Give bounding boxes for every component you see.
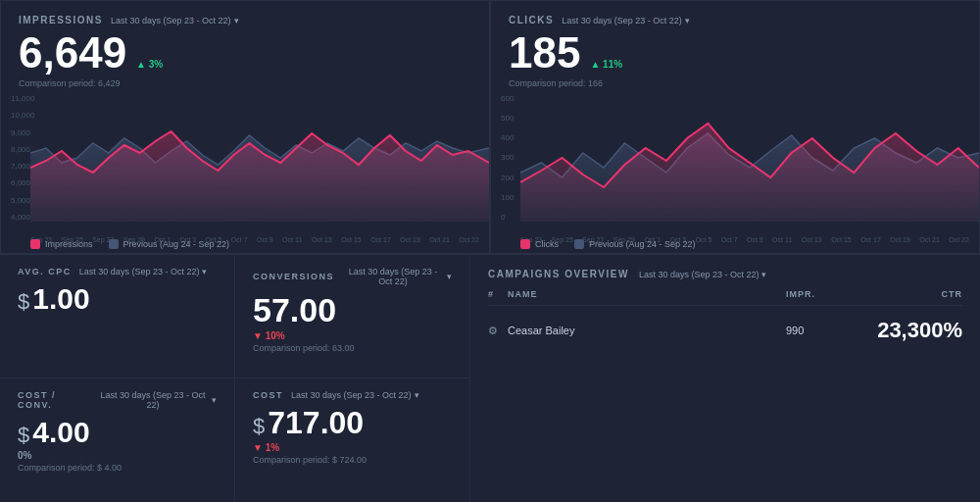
clicks-legend-dot-previous <box>574 239 584 249</box>
clicks-date-range-btn[interactable]: Last 30 days (Sep 23 - Oct 22) <box>562 16 690 25</box>
table-row: ⚙ Ceasar Bailey 990 23,300% <box>488 312 962 349</box>
impressions-legend: Impressions Previous (Aug 24 - Sep 22) <box>30 239 229 249</box>
left-panels: AVG. CPC Last 30 days (Sep 23 - Oct 22) … <box>0 255 235 502</box>
conversions-comparison: Comparison period: 63.00 <box>253 343 452 353</box>
avg-cpc-title: AVG. CPC <box>18 267 72 276</box>
mid-panels: CONVERSIONS Last 30 days (Sep 23 - Oct 2… <box>235 255 470 502</box>
cost-per-conv-value: 4.00 <box>32 416 89 448</box>
avg-cpc-currency: $ <box>18 289 29 315</box>
avg-cpc-value: 1.00 <box>32 282 89 315</box>
cost-per-conv-title: COST / CONV. <box>18 390 89 410</box>
avg-cpc-panel: AVG. CPC Last 30 days (Sep 23 - Oct 22) … <box>0 255 234 378</box>
clicks-header: CLICKS Last 30 days (Sep 23 - Oct 22) <box>509 15 961 25</box>
cost-header: COST Last 30 days (Sep 23 - Oct 22) <box>253 390 452 400</box>
cost-change: 1% <box>253 442 279 453</box>
cost-per-conv-panel: COST / CONV. Last 30 days (Sep 23 - Oct … <box>0 378 234 502</box>
clicks-legend-previous: Previous (Aug 24 - Sep 22) <box>574 239 696 249</box>
impressions-title: IMPRESSIONS <box>19 15 103 25</box>
impressions-chart <box>30 94 489 222</box>
clicks-panel: CLICKS Last 30 days (Sep 23 - Oct 22) 18… <box>490 0 980 254</box>
avg-cpc-date-range-btn[interactable]: Last 30 days (Sep 23 - Oct 22) <box>79 267 208 276</box>
clicks-chart <box>520 94 979 222</box>
cost-value: 717.00 <box>268 406 364 440</box>
conversions-panel: CONVERSIONS Last 30 days (Sep 23 - Oct 2… <box>235 255 469 378</box>
campaigns-header: CAMPAIGNS OVERVIEW Last 30 days (Sep 23 … <box>488 269 962 279</box>
cost-date-range-btn[interactable]: Last 30 days (Sep 23 - Oct 22) <box>291 390 419 400</box>
row-icon: ⚙ <box>488 325 508 337</box>
campaigns-table-header: # NAME IMPR. CTR <box>488 289 962 306</box>
impressions-panel: IMPRESSIONS Last 30 days (Sep 23 - Oct 2… <box>0 0 490 254</box>
clicks-title: CLICKS <box>509 15 554 25</box>
conversions-change: 10% <box>253 330 285 341</box>
cost-per-conv-date-range-btn[interactable]: Last 30 days (Sep 23 - Oct 22) <box>97 390 217 410</box>
impressions-date-range-btn[interactable]: Last 30 days (Sep 23 - Oct 22) <box>111 16 239 25</box>
clicks-change: 11% <box>590 59 622 70</box>
campaigns-title: CAMPAIGNS OVERVIEW <box>488 269 629 279</box>
impressions-comparison: Comparison period: 6,429 <box>19 78 471 88</box>
impressions-change: 3% <box>136 59 163 70</box>
campaigns-panel: CAMPAIGNS OVERVIEW Last 30 days (Sep 23 … <box>470 255 980 502</box>
campaigns-date-range-btn[interactable]: Last 30 days (Sep 23 - Oct 22) <box>639 270 767 279</box>
bottom-row: AVG. CPC Last 30 days (Sep 23 - Oct 22) … <box>0 255 980 502</box>
dashboard: IMPRESSIONS Last 30 days (Sep 23 - Oct 2… <box>0 0 980 502</box>
row-ctr: 23,300% <box>864 318 962 343</box>
cost-currency: $ <box>253 414 265 439</box>
cost-panel: COST Last 30 days (Sep 23 - Oct 22) $ 71… <box>235 378 469 502</box>
cost-title: COST <box>253 390 283 400</box>
col-name: NAME <box>508 289 786 299</box>
col-impr: IMPR. <box>786 289 864 299</box>
impressions-legend-current: Impressions <box>30 239 93 249</box>
clicks-legend-current: Clicks <box>520 239 559 249</box>
clicks-legend: Clicks Previous (Aug 24 - Sep 22) <box>520 239 696 249</box>
cost-per-conv-currency: $ <box>18 423 29 448</box>
conversions-date-range-btn[interactable]: Last 30 days (Sep 23 - Oct 22) <box>342 267 452 286</box>
clicks-comparison: Comparison period: 166 <box>509 78 961 88</box>
row-name: Ceasar Bailey <box>508 325 786 336</box>
conversions-header: CONVERSIONS Last 30 days (Sep 23 - Oct 2… <box>253 267 452 286</box>
impressions-legend-previous: Previous (Aug 24 - Sep 22) <box>109 239 230 249</box>
impressions-header: IMPRESSIONS Last 30 days (Sep 23 - Oct 2… <box>19 15 471 25</box>
clicks-y-labels: 6005004003002001000 <box>501 94 514 222</box>
cost-per-conv-comparison: Comparison period: $ 4.00 <box>18 463 217 473</box>
impressions-value: 6,649 <box>19 29 126 76</box>
cost-comparison: Comparison period: $ 724.00 <box>253 455 452 465</box>
conversions-title: CONVERSIONS <box>253 272 334 281</box>
impressions-legend-dot-previous <box>109 239 119 249</box>
impressions-y-labels: 11,00010,0009,0008,0007,0006,0005,0004,0… <box>11 94 34 222</box>
clicks-legend-dot-current <box>520 239 530 249</box>
avg-cpc-header: AVG. CPC Last 30 days (Sep 23 - Oct 22) <box>18 267 217 276</box>
clicks-value: 185 <box>509 29 580 76</box>
cost-per-conv-change: 0% <box>18 450 31 461</box>
top-row: IMPRESSIONS Last 30 days (Sep 23 - Oct 2… <box>0 0 980 255</box>
cost-per-conv-header: COST / CONV. Last 30 days (Sep 23 - Oct … <box>18 390 217 410</box>
row-impr: 990 <box>786 325 864 336</box>
conversions-value: 57.00 <box>253 291 336 328</box>
col-num: # <box>488 289 508 299</box>
impressions-legend-dot-current <box>30 239 40 249</box>
col-ctr: CTR <box>864 289 962 299</box>
